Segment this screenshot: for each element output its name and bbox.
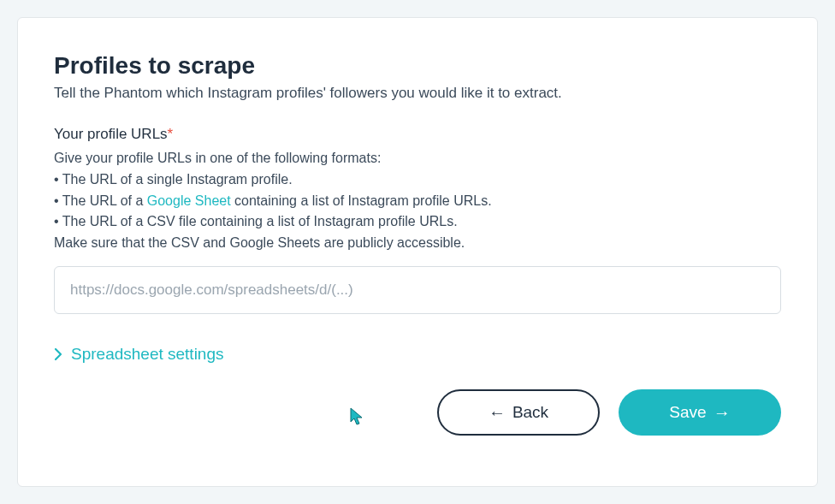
back-button-label: Back bbox=[512, 403, 548, 422]
field-label: Your profile URLs* bbox=[54, 126, 781, 143]
bullet2-prefix: • The URL of a bbox=[54, 193, 147, 208]
profile-urls-input[interactable] bbox=[54, 266, 781, 314]
config-card: Profiles to scrape Tell the Phantom whic… bbox=[17, 17, 818, 487]
accordion-label: Spreadsheet settings bbox=[71, 345, 224, 364]
field-bullet-1: • The URL of a single Instagram profile. bbox=[54, 169, 781, 191]
arrow-left-icon: ← bbox=[489, 404, 506, 421]
field-label-text: Your profile URLs bbox=[54, 126, 168, 142]
arrow-right-icon: → bbox=[714, 404, 731, 421]
field-bullet-3: • The URL of a CSV file containing a lis… bbox=[54, 211, 781, 233]
spreadsheet-settings-toggle[interactable]: Spreadsheet settings bbox=[54, 345, 781, 364]
button-row: ← Back Save → bbox=[54, 389, 781, 436]
required-asterisk: * bbox=[168, 126, 174, 142]
google-sheet-link[interactable]: Google Sheet bbox=[147, 193, 231, 208]
save-button[interactable]: Save → bbox=[619, 389, 781, 436]
field-bullet-2: • The URL of a Google Sheet containing a… bbox=[54, 191, 781, 212]
chevron-right-icon bbox=[54, 347, 62, 361]
bullet2-suffix: containing a list of Instagram profile U… bbox=[231, 193, 492, 208]
field-desc-intro: Give your profile URLs in one of the fol… bbox=[54, 148, 781, 169]
back-button[interactable]: ← Back bbox=[437, 389, 600, 436]
save-button-label: Save bbox=[669, 403, 706, 422]
page-title: Profiles to scrape bbox=[54, 52, 781, 80]
field-desc-footer: Make sure that the CSV and Google Sheets… bbox=[54, 233, 781, 254]
page-subtitle: Tell the Phantom which Instagram profile… bbox=[54, 85, 781, 102]
